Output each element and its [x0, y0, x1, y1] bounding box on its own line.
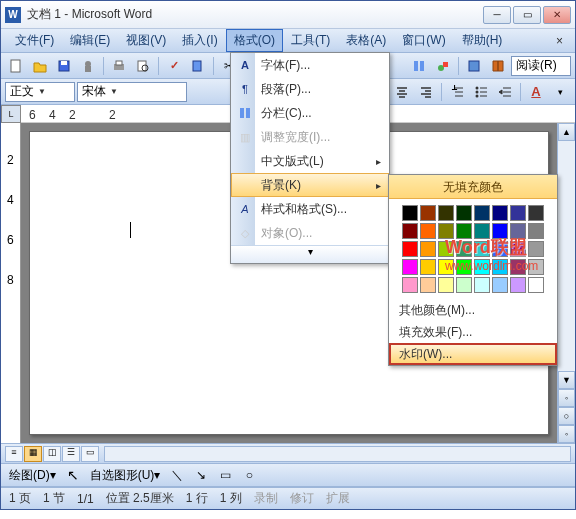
color-swatch[interactable] — [438, 223, 454, 239]
color-swatch[interactable] — [456, 223, 472, 239]
menu-view[interactable]: 视图(V) — [118, 29, 174, 52]
color-swatch[interactable] — [492, 277, 508, 293]
open-icon[interactable] — [29, 55, 51, 77]
color-swatch[interactable] — [402, 205, 418, 221]
scrollbar-horizontal[interactable] — [104, 446, 571, 462]
save-icon[interactable] — [53, 55, 75, 77]
menu-window[interactable]: 窗口(W) — [394, 29, 453, 52]
preview-icon[interactable] — [132, 55, 154, 77]
color-swatch[interactable] — [456, 205, 472, 221]
color-swatch[interactable] — [438, 277, 454, 293]
doc-map-icon[interactable] — [463, 55, 485, 77]
permission-icon[interactable] — [77, 55, 99, 77]
research-icon[interactable] — [187, 55, 209, 77]
submenu-no-fill[interactable]: 无填充颜色 — [389, 175, 557, 199]
color-swatch[interactable] — [456, 241, 472, 257]
next-page-button[interactable]: ◦ — [558, 425, 575, 443]
reading-view-button[interactable]: ▭ — [81, 446, 99, 462]
scroll-up-button[interactable]: ▲ — [558, 123, 575, 141]
print-icon[interactable] — [108, 55, 130, 77]
color-swatch[interactable] — [528, 259, 544, 275]
dd-styles[interactable]: A样式和格式(S)... — [231, 197, 389, 221]
browse-button[interactable]: ○ — [558, 407, 575, 425]
color-swatch[interactable] — [492, 205, 508, 221]
color-swatch[interactable] — [438, 205, 454, 221]
font-combo[interactable]: 宋体▼ — [77, 82, 187, 102]
line-tool-icon[interactable]: ＼ — [166, 464, 188, 486]
spellcheck-icon[interactable]: ✓ — [163, 55, 185, 77]
numbered-list-icon[interactable]: 1 — [446, 81, 468, 103]
color-swatch[interactable] — [528, 223, 544, 239]
dd-expand-button[interactable]: ▾ — [231, 245, 389, 263]
color-swatch[interactable] — [456, 259, 472, 275]
align-right-icon[interactable] — [415, 81, 437, 103]
scrollbar-vertical[interactable]: ▲ ▼ ◦ ○ ◦ — [557, 123, 575, 443]
font-color-icon[interactable]: A — [525, 81, 547, 103]
dd-columns[interactable]: 分栏(C)... — [231, 101, 389, 125]
drawing-icon[interactable] — [432, 55, 454, 77]
color-swatch[interactable] — [474, 259, 490, 275]
menu-edit[interactable]: 编辑(E) — [62, 29, 118, 52]
color-swatch[interactable] — [402, 277, 418, 293]
color-swatch[interactable] — [510, 205, 526, 221]
dd-font[interactable]: A字体(F)... — [231, 53, 389, 77]
bullet-list-icon[interactable] — [470, 81, 492, 103]
color-swatch[interactable] — [420, 277, 436, 293]
menu-tools[interactable]: 工具(T) — [283, 29, 338, 52]
close-button[interactable]: ✕ — [543, 6, 571, 24]
color-swatch[interactable] — [474, 277, 490, 293]
arrow-tool-icon[interactable]: ↘ — [190, 464, 212, 486]
normal-view-button[interactable]: ≡ — [5, 446, 23, 462]
color-swatch[interactable] — [492, 259, 508, 275]
read-mode-button[interactable]: 阅读(R) — [511, 56, 571, 76]
color-swatch[interactable] — [420, 241, 436, 257]
color-swatch[interactable] — [420, 223, 436, 239]
indent-icon[interactable] — [494, 81, 516, 103]
draw-menu[interactable]: 绘图(D) ▾ — [5, 465, 60, 485]
outline-view-button[interactable]: ☰ — [62, 446, 80, 462]
dd-adjust-width[interactable]: ▥调整宽度(I)... — [231, 125, 389, 149]
select-objects-icon[interactable]: ↖ — [62, 464, 84, 486]
columns-icon[interactable] — [408, 55, 430, 77]
dd-background[interactable]: 背景(K)▸ — [231, 173, 389, 197]
color-swatch[interactable] — [402, 259, 418, 275]
dd-object[interactable]: ◇对象(O)... — [231, 221, 389, 245]
menu-table[interactable]: 表格(A) — [338, 29, 394, 52]
autoshapes-menu[interactable]: 自选图形(U) ▾ — [86, 465, 165, 485]
rectangle-tool-icon[interactable]: ▭ — [214, 464, 236, 486]
color-swatch[interactable] — [420, 205, 436, 221]
color-swatch[interactable] — [474, 241, 490, 257]
color-swatch[interactable] — [474, 223, 490, 239]
web-layout-view-button[interactable]: ◫ — [43, 446, 61, 462]
menu-doc-close[interactable]: × — [550, 34, 569, 48]
prev-page-button[interactable]: ◦ — [558, 389, 575, 407]
color-swatch[interactable] — [420, 259, 436, 275]
menu-insert[interactable]: 插入(I) — [174, 29, 225, 52]
color-swatch[interactable] — [510, 259, 526, 275]
toolbar-options-icon[interactable]: ▾ — [549, 81, 571, 103]
style-combo[interactable]: 正文▼ — [5, 82, 75, 102]
print-layout-view-button[interactable]: ▦ — [24, 446, 42, 462]
menu-format[interactable]: 格式(O) — [226, 29, 283, 52]
submenu-more-colors[interactable]: 其他颜色(M)... — [389, 299, 557, 321]
color-swatch[interactable] — [528, 277, 544, 293]
color-swatch[interactable] — [528, 205, 544, 221]
maximize-button[interactable]: ▭ — [513, 6, 541, 24]
color-swatch[interactable] — [510, 277, 526, 293]
menu-help[interactable]: 帮助(H) — [454, 29, 511, 52]
minimize-button[interactable]: ─ — [483, 6, 511, 24]
color-swatch[interactable] — [528, 241, 544, 257]
book-icon[interactable] — [487, 55, 509, 77]
new-doc-icon[interactable] — [5, 55, 27, 77]
color-swatch[interactable] — [492, 241, 508, 257]
color-swatch[interactable] — [438, 259, 454, 275]
menu-file[interactable]: 文件(F) — [7, 29, 62, 52]
color-swatch[interactable] — [510, 223, 526, 239]
dd-asian-layout[interactable]: 中文版式(L)▸ — [231, 149, 389, 173]
scroll-down-button[interactable]: ▼ — [558, 371, 575, 389]
oval-tool-icon[interactable]: ○ — [238, 464, 260, 486]
color-swatch[interactable] — [456, 277, 472, 293]
color-swatch[interactable] — [510, 241, 526, 257]
dd-paragraph[interactable]: ¶段落(P)... — [231, 77, 389, 101]
color-swatch[interactable] — [474, 205, 490, 221]
